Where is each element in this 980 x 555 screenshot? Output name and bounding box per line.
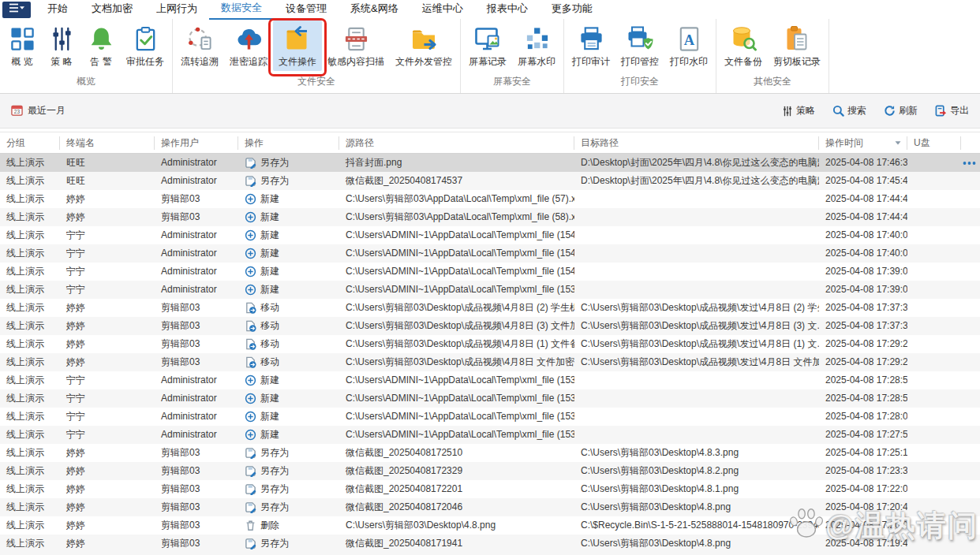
toolbar-group-label: 概览: [2, 71, 170, 94]
table-row[interactable]: 线上演示宁宁Administrator新建C:\Users\ADMINI~1\A…: [0, 426, 980, 444]
table-row[interactable]: 线上演示婷婷剪辑部03另存为微信截图_20250408172201C:\User…: [0, 480, 980, 498]
search-action-button[interactable]: 搜索: [832, 104, 866, 117]
row-actions-menu[interactable]: [963, 154, 976, 172]
sliders-action-button[interactable]: 策略: [782, 104, 815, 117]
export-action-button[interactable]: 导出: [935, 104, 969, 117]
cell-terminal: 旺旺: [60, 154, 155, 172]
tool-clipboard-doc[interactable]: 剪切板记录: [768, 20, 826, 71]
column-header-7[interactable]: 操作时间: [819, 136, 907, 150]
operation-label: 新建: [260, 408, 279, 426]
cell-time: 2025-04-08 17:22:04: [819, 480, 907, 498]
table-row[interactable]: 线上演示宁宁Administrator新建C:\Users\ADMINI~1\A…: [0, 226, 980, 244]
app-menu-button[interactable]: [2, 2, 31, 18]
column-header-label: 源路径: [346, 136, 374, 150]
table-row[interactable]: 线上演示婷婷剪辑部03另存为微信截图_20250408172329C:\User…: [0, 462, 980, 480]
date-range-filter[interactable]: 23 最近一月: [11, 104, 65, 118]
table-row[interactable]: 线上演示婷婷剪辑部03删除C:\Users\剪辑部03\Desktop\4.8.…: [0, 516, 980, 535]
tool-database-search[interactable]: 文件备份: [719, 20, 768, 71]
ribbon-tab-4[interactable]: 数据安全: [209, 0, 274, 20]
cell-operation: 另存为: [238, 154, 339, 172]
cell-operation: 另存为: [238, 462, 339, 480]
column-header-5[interactable]: 源路径: [339, 136, 574, 150]
table-row[interactable]: 线上演示宁宁Administrator新建C:\Users\ADMINI~1\A…: [0, 408, 980, 426]
table-row[interactable]: 线上演示婷婷剪辑部03移动C:\Users\剪辑部03\Desktop\成品视频…: [0, 317, 980, 335]
cell-group: 线上演示: [0, 317, 60, 335]
cell-source-path: C:\Users\剪辑部03\Desktop\成品视频\4月8日 (1) 文件备…: [339, 335, 574, 353]
pixel-grid-icon: [522, 24, 551, 53]
table-row[interactable]: 线上演示婷婷剪辑部03移动C:\Users\剪辑部03\Desktop\成品视频…: [0, 335, 980, 353]
cell-group: 线上演示: [0, 462, 60, 480]
ribbon-tab-7[interactable]: 运维中心: [410, 0, 475, 18]
operation-label: 另存为: [260, 462, 289, 480]
folder-out-icon: [410, 24, 438, 53]
column-header-3[interactable]: 操作用户: [155, 136, 238, 150]
table-row[interactable]: 线上演示婷婷剪辑部03另存为微信截图_20250408172046C:\User…: [0, 498, 980, 516]
table-row[interactable]: 线上演示宁宁Administrator新建C:\Users\ADMINI~1\A…: [0, 371, 980, 389]
table-row[interactable]: 线上演示婷婷剪辑部03新建C:\Users\剪辑部03\AppData\Loca…: [0, 208, 980, 226]
ribbon-tab-9[interactable]: 更多功能: [540, 0, 604, 18]
chevron-down-icon[interactable]: [894, 139, 902, 147]
tool-bell[interactable]: 告 警: [81, 20, 121, 71]
tool-folder-out[interactable]: 文件外发管控: [390, 20, 458, 71]
column-header-6[interactable]: 目标路径: [574, 136, 819, 150]
ribbon-tab-2[interactable]: 文档加密: [80, 0, 144, 18]
tool-printer[interactable]: 打印审计: [567, 20, 615, 71]
ribbon-tab-8[interactable]: 报表中心: [475, 0, 540, 18]
table-row[interactable]: 线上演示宁宁Administrator新建C:\Users\ADMINI~1\A…: [0, 281, 980, 299]
refresh-action-button[interactable]: 刷新: [884, 104, 918, 117]
tool-grid[interactable]: 概 览: [2, 20, 42, 71]
table-row[interactable]: 线上演示宁宁Administrator新建C:\Users\ADMINI~1\A…: [0, 263, 980, 281]
tool-folder-return[interactable]: 文件操作: [273, 20, 322, 71]
tool-cloud-leak[interactable]: 泄密追踪: [224, 20, 273, 71]
table-row[interactable]: 线上演示婷婷剪辑部03另存为微信截图_20250408172510C:\User…: [0, 444, 980, 462]
cell-usb: [907, 462, 961, 480]
tool-clipboard-check[interactable]: 审批任务: [121, 20, 170, 71]
cell-target-path: D:\Desktop\封面\2025年\四月\4.8\你见过这么变态的电脑监..…: [574, 154, 819, 172]
ribbon-tab-5[interactable]: 设备管理: [274, 0, 339, 18]
ribbon-tab-1[interactable]: 开始: [36, 0, 80, 18]
cell-usb: [907, 480, 961, 498]
cell-time: 2025-04-08 17:29:23: [819, 353, 907, 371]
tool-doc-letter-a[interactable]: A打印水印: [664, 20, 713, 71]
cell-usb: [907, 389, 961, 408]
table-row[interactable]: 线上演示婷婷剪辑部03新建C:\Users\剪辑部03\AppData\Loca…: [0, 190, 980, 208]
operation-label: 新建: [260, 389, 279, 408]
cell-usb: [907, 208, 961, 226]
table-row[interactable]: 线上演示旺旺Administrator另存为抖音封面.pngD:\Desktop…: [0, 154, 980, 172]
table-row[interactable]: 线上演示宁宁Administrator新建C:\Users\ADMINI~1\A…: [0, 244, 980, 263]
tool-trace-cycle[interactable]: 流转追溯: [175, 20, 224, 71]
column-header-1[interactable]: 分组: [0, 136, 60, 150]
column-header-4[interactable]: 操作: [238, 136, 339, 150]
table-row[interactable]: 线上演示婷婷剪辑部03移动C:\Users\剪辑部03\Desktop\成品视频…: [0, 353, 980, 371]
cell-usb: [907, 172, 961, 190]
tool-pixel-grid[interactable]: 屏幕水印: [512, 20, 561, 71]
tool-screen-record[interactable]: 屏幕记录: [463, 20, 512, 71]
toolbar-group: 流转追溯泄密追踪文件操作敏感内容扫描文件外发管控文件安全: [173, 19, 461, 93]
save-as-icon: [245, 175, 256, 187]
table-row[interactable]: 线上演示婷婷剪辑部03另存为微信截图_20250408171941C:\User…: [0, 535, 980, 553]
cell-source-path: C:\Users\ADMINI~1\AppData\Local\Temp\xml…: [339, 389, 574, 408]
cell-group: 线上演示: [0, 389, 60, 408]
cell-usb: [907, 516, 961, 535]
cell-source-path: C:\Users\ADMINI~1\AppData\Local\Temp\xml…: [339, 244, 574, 263]
column-header-2[interactable]: 终端名: [60, 136, 155, 150]
cell-usb: [907, 244, 961, 263]
export-icon: [935, 105, 947, 117]
tool-printer-shield[interactable]: 打印管控: [615, 20, 664, 71]
cell-user: 剪辑部03: [155, 208, 238, 226]
tool-doc-scan[interactable]: 敏感内容扫描: [322, 20, 390, 71]
ribbon-tab-6[interactable]: 系统&网络: [339, 0, 410, 18]
ribbon-tab-3[interactable]: 上网行为: [144, 0, 209, 18]
table-row[interactable]: 线上演示旺旺Administrator另存为微信截图_2025040817453…: [0, 172, 980, 190]
table-row[interactable]: 线上演示宁宁Administrator新建C:\Users\ADMINI~1\A…: [0, 389, 980, 408]
tool-sliders[interactable]: 策 略: [42, 20, 81, 71]
search-icon: [832, 105, 844, 117]
cell-usb: [907, 353, 961, 371]
table-row[interactable]: 线上演示婷婷剪辑部03移动C:\Users\剪辑部03\Desktop\成品视频…: [0, 299, 980, 317]
cell-terminal: 宁宁: [60, 226, 155, 244]
printer-shield-icon: [626, 24, 654, 53]
cell-user: 剪辑部03: [155, 317, 238, 335]
column-header-8[interactable]: U盘: [907, 136, 961, 150]
cell-source-path: 微信截图_20250408172510: [339, 444, 574, 462]
cell-group: 线上演示: [0, 335, 60, 353]
